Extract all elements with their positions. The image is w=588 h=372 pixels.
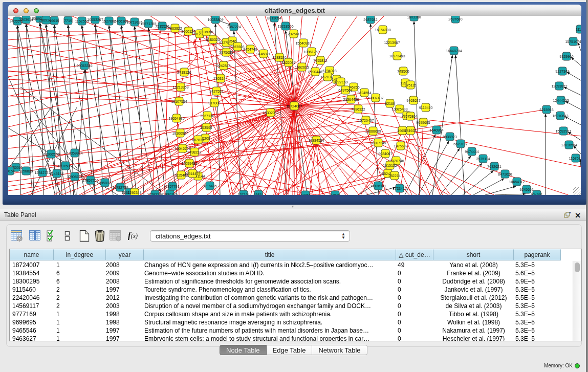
svg-text:10973493: 10973493 [389, 54, 405, 58]
svg-text:15302033: 15302033 [263, 111, 278, 115]
svg-text:7719: 7719 [64, 19, 72, 23]
svg-text:7663822: 7663822 [168, 27, 182, 30]
svg-text:2546: 2546 [228, 39, 236, 43]
svg-text:14136141: 14136141 [370, 184, 386, 188]
svg-text:11123: 11123 [576, 28, 581, 31]
svg-text:87519: 87519 [330, 193, 340, 195]
svg-text:12093872: 12093872 [551, 84, 567, 88]
svg-text:19351: 19351 [300, 193, 311, 195]
svg-text:1975692: 1975692 [394, 144, 407, 148]
svg-text:9463627: 9463627 [406, 99, 420, 102]
svg-text:12444153: 12444153 [553, 99, 569, 102]
svg-text:10688609: 10688609 [365, 129, 381, 133]
svg-text:10025433: 10025433 [391, 107, 407, 111]
svg-text:12905135: 12905135 [67, 175, 82, 179]
svg-text:9329966: 9329966 [559, 55, 573, 58]
svg-text:19384554: 19384554 [308, 139, 324, 142]
svg-text:2687680: 2687680 [448, 17, 462, 21]
svg-text:16648784: 16648784 [446, 49, 462, 53]
svg-text:9699695: 9699695 [416, 121, 430, 124]
svg-text:39154: 39154 [8, 169, 15, 173]
svg-text:3624554: 3624554 [357, 91, 371, 95]
svg-text:19218506: 19218506 [277, 25, 293, 28]
svg-text:2718126: 2718126 [177, 71, 191, 74]
svg-text:15640910: 15640910 [295, 41, 311, 45]
svg-text:16210643: 16210643 [552, 114, 568, 118]
svg-text:8471626: 8471626 [498, 172, 512, 176]
svg-text:21364436: 21364436 [343, 98, 359, 101]
svg-text:93451: 93451 [253, 193, 264, 195]
svg-text:9227349: 9227349 [555, 70, 569, 73]
svg-text:2867608: 2867608 [230, 45, 244, 49]
svg-text:1292348: 1292348 [127, 191, 141, 194]
svg-text:15720407: 15720407 [358, 119, 374, 122]
svg-text:19166827: 19166827 [172, 132, 188, 135]
svg-text:62160: 62160 [385, 102, 395, 105]
svg-text:1640954: 1640954 [429, 128, 443, 132]
svg-text:7803144: 7803144 [213, 77, 227, 80]
svg-text:3716485: 3716485 [203, 184, 216, 188]
svg-text:1156829: 1156829 [19, 169, 33, 173]
svg-text:15692971: 15692971 [555, 129, 571, 133]
svg-text:6794028: 6794028 [322, 69, 336, 73]
svg-text:2935114: 2935114 [476, 157, 490, 161]
svg-text:10046708: 10046708 [175, 147, 190, 150]
svg-text:8813054: 8813054 [267, 16, 281, 20]
svg-text:17857255: 17857255 [82, 179, 98, 182]
svg-text:3267130: 3267130 [200, 114, 214, 118]
svg-text:16671355: 16671355 [140, 22, 156, 26]
svg-text:12213967: 12213967 [384, 41, 400, 45]
svg-text:867833: 867833 [192, 138, 204, 142]
svg-text:975115: 975115 [405, 83, 417, 87]
svg-text:10807487: 10807487 [367, 96, 383, 100]
svg-text:7955812: 7955812 [313, 59, 327, 62]
svg-text:17016504: 17016504 [561, 143, 577, 147]
svg-text:252214: 252214 [388, 174, 400, 178]
svg-text:137164: 137164 [237, 193, 249, 195]
svg-text:9115460: 9115460 [419, 106, 433, 110]
svg-text:1603380: 1603380 [407, 16, 421, 19]
svg-text:9245652: 9245652 [519, 188, 533, 191]
svg-text:10653267: 10653267 [87, 18, 103, 21]
svg-text:9474444: 9474444 [465, 150, 478, 154]
svg-text:16619: 16619 [49, 19, 59, 23]
svg-text:9146821: 9146821 [256, 52, 270, 56]
svg-text:7986322: 7986322 [351, 107, 365, 111]
svg-text:7357224: 7357224 [227, 25, 241, 29]
svg-text:917008: 917008 [208, 101, 220, 105]
svg-text:7515526: 7515526 [155, 25, 169, 28]
svg-text:15751074: 15751074 [565, 40, 581, 43]
svg-text:9575864: 9575864 [403, 115, 417, 118]
svg-text:9777169: 9777169 [334, 80, 347, 84]
svg-text:6497568: 6497568 [338, 89, 352, 92]
svg-text:8454749: 8454749 [243, 48, 257, 51]
svg-text:16107554: 16107554 [171, 100, 187, 103]
svg-text:1092369: 1092369 [163, 192, 177, 195]
svg-text:12213369: 12213369 [172, 85, 188, 89]
svg-text:10961758: 10961758 [303, 50, 319, 54]
svg-text:8938923: 8938923 [443, 135, 456, 139]
svg-text:1145194: 1145194 [50, 172, 64, 176]
svg-text:1733426: 1733426 [393, 187, 406, 190]
svg-text:8427552: 8427552 [209, 90, 223, 93]
svg-text:924561: 924561 [531, 193, 542, 195]
svg-text:1167533: 1167533 [569, 157, 581, 160]
svg-text:8186323: 8186323 [206, 38, 220, 41]
svg-text:8215953: 8215953 [539, 108, 553, 112]
svg-text:8498222: 8498222 [187, 150, 201, 154]
svg-text:18807249: 18807249 [370, 141, 386, 145]
svg-text:16154808: 16154808 [375, 28, 390, 32]
svg-text:2687682: 2687682 [363, 18, 377, 21]
svg-text:3875685: 3875685 [219, 51, 233, 54]
svg-text:18724007: 18724007 [286, 104, 302, 108]
svg-text:9084067: 9084067 [378, 152, 392, 156]
svg-text:17359924: 17359924 [67, 151, 82, 155]
svg-text:7632621: 7632621 [487, 165, 501, 168]
svg-text:174923: 174923 [404, 129, 416, 133]
svg-text:2203914: 2203914 [19, 18, 33, 21]
svg-text:20053346: 20053346 [76, 64, 92, 68]
svg-text:10654112: 10654112 [509, 180, 525, 184]
svg-text:20206576: 20206576 [43, 152, 59, 156]
svg-text:10958177: 10958177 [97, 181, 113, 185]
svg-text:1588520: 1588520 [272, 56, 286, 59]
